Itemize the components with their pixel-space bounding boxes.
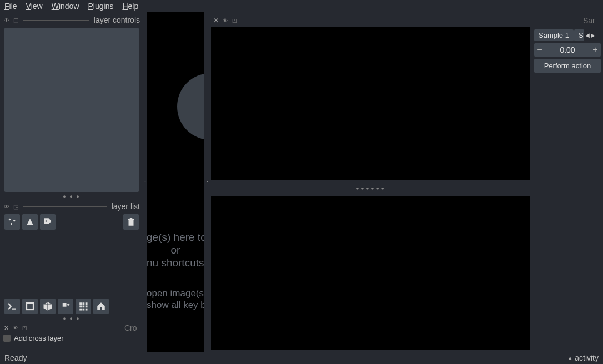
eye-icon[interactable]: 👁 (222, 18, 228, 23)
status-bar: Ready ▲ activity (0, 352, 603, 364)
svg-rect-9 (83, 306, 85, 308)
svg-point-3 (46, 220, 47, 222)
svg-rect-12 (83, 309, 85, 311)
home-button[interactable] (93, 299, 109, 314)
svg-rect-11 (79, 309, 82, 311)
layer-controls-body (4, 28, 139, 192)
tab-scroll-right-icon[interactable]: ▶ (590, 29, 596, 41)
drop-hint: ge(s) here to open or nu shortcuts below (147, 231, 204, 269)
new-labels-button[interactable] (40, 214, 56, 230)
tab-scroll-left-icon[interactable]: ◀ (585, 29, 590, 41)
cross-widget-title: Cro (124, 323, 140, 332)
svg-rect-6 (83, 302, 85, 305)
svg-point-0 (9, 219, 11, 220)
vertical-splitter[interactable]: ⋮ (204, 12, 210, 352)
spinbox-value[interactable]: 0.00 (545, 46, 590, 54)
layer-list-label: layer list (112, 202, 140, 211)
popout-icon[interactable]: ◳ (12, 17, 19, 23)
svg-rect-7 (86, 302, 88, 305)
transpose-button[interactable] (58, 299, 73, 314)
drag-handle[interactable]: ● ● ● (3, 194, 140, 200)
roll-dims-button[interactable] (40, 299, 56, 314)
svg-rect-10 (86, 306, 88, 308)
dock-title: Sar (583, 16, 600, 25)
grid-button[interactable] (76, 299, 91, 314)
delete-layer-button[interactable] (123, 214, 139, 230)
drop-commands: open image(s) show all key bindings (147, 287, 204, 311)
popout-icon[interactable]: ◳ (12, 204, 19, 210)
left-panel: 👁 ◳ layer controls ● ● ● 👁 ◳ layer list (0, 12, 143, 352)
layer-controls-header: 👁 ◳ layer controls (3, 14, 140, 26)
svg-point-2 (11, 223, 12, 225)
tab-sample-2[interactable]: Sa (574, 29, 584, 41)
napari-logo-icon (177, 73, 204, 140)
menu-window[interactable]: Window (52, 2, 79, 11)
dock-header: ✕ 👁 ◳ Sar (211, 14, 602, 27)
horizontal-splitter[interactable]: ● ● ● ● ● ● (211, 186, 530, 190)
right-dock: ✕ 👁 ◳ Sar ● ● ● ● ● ● ⋮ Sample 1 Sa ◀ ▶ (210, 12, 603, 352)
sample-tabs: Sample 1 Sa ◀ ▶ (534, 29, 601, 41)
close-icon[interactable]: ✕ (3, 325, 9, 332)
eye-icon[interactable]: 👁 (3, 204, 10, 210)
menu-plugins[interactable]: Plugins (88, 2, 114, 11)
layer-list-body (3, 232, 140, 296)
svg-rect-4 (27, 303, 33, 310)
decrement-button[interactable]: − (534, 45, 545, 55)
value-spinbox[interactable]: − 0.00 + (534, 43, 601, 57)
console-button[interactable] (4, 299, 20, 314)
ndisplay-button[interactable] (22, 299, 38, 314)
popout-icon[interactable]: ◳ (231, 18, 238, 23)
eye-icon[interactable]: 👁 (3, 17, 10, 23)
drag-handle[interactable]: ● ● ● (3, 316, 140, 322)
layer-type-buttons (3, 212, 140, 232)
eye-icon[interactable]: 👁 (12, 325, 18, 331)
close-icon[interactable]: ✕ (213, 17, 219, 24)
svg-rect-5 (79, 302, 82, 305)
new-shapes-button[interactable] (22, 214, 38, 230)
layer-controls-label: layer controls (94, 16, 140, 24)
menu-view[interactable]: View (26, 2, 43, 11)
increment-button[interactable]: + (590, 45, 601, 55)
viewer-buttons (3, 296, 140, 316)
viewer-panes: ● ● ● ● ● ● (211, 27, 530, 350)
status-left: Ready (4, 353, 27, 362)
status-activity[interactable]: activity (575, 353, 599, 362)
add-cross-layer-checkbox[interactable] (3, 335, 11, 342)
menu-bar: File View Window Plugins Help (0, 0, 603, 12)
svg-point-1 (13, 220, 15, 221)
popout-icon[interactable]: ◳ (21, 325, 28, 331)
side-panel: Sample 1 Sa ◀ ▶ − 0.00 + Perform action (533, 27, 602, 350)
menu-help[interactable]: Help (122, 2, 138, 11)
tab-sample-1[interactable]: Sample 1 (534, 29, 574, 41)
viewer-pane-top[interactable] (211, 27, 530, 180)
layer-list-header: 👁 ◳ layer list (3, 201, 140, 212)
canvas[interactable]: ge(s) here to open or nu shortcuts below… (147, 12, 204, 352)
new-points-button[interactable] (4, 214, 20, 230)
viewer-pane-bottom[interactable] (211, 196, 530, 350)
menu-file[interactable]: File (4, 2, 17, 11)
perform-action-button[interactable]: Perform action (534, 59, 601, 73)
svg-rect-13 (86, 309, 88, 311)
cross-widget: ✕ 👁 ◳ Cro Add cross layer (3, 323, 140, 343)
add-cross-layer-label: Add cross layer (14, 334, 64, 342)
chevron-up-icon[interactable]: ▲ (567, 355, 572, 361)
svg-rect-8 (79, 306, 82, 308)
